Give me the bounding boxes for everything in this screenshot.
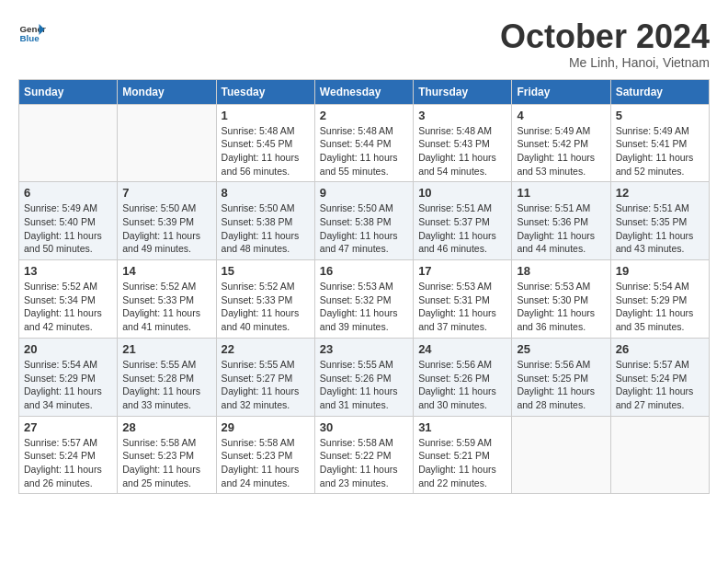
day-info: Sunrise: 5:50 AM Sunset: 5:38 PM Dayligh… xyxy=(222,201,310,256)
day-number: 25 xyxy=(517,342,605,356)
calendar-cell: 6Sunrise: 5:49 AM Sunset: 5:40 PM Daylig… xyxy=(19,182,118,260)
calendar-cell: 24Sunrise: 5:56 AM Sunset: 5:26 PM Dayli… xyxy=(414,338,512,416)
day-info: Sunrise: 5:56 AM Sunset: 5:25 PM Dayligh… xyxy=(517,358,605,412)
day-info: Sunrise: 5:50 AM Sunset: 5:38 PM Dayligh… xyxy=(320,201,408,256)
day-number: 29 xyxy=(222,420,310,434)
day-number: 5 xyxy=(616,109,704,122)
day-info: Sunrise: 5:54 AM Sunset: 5:29 PM Dayligh… xyxy=(24,358,112,412)
day-number: 3 xyxy=(418,109,506,122)
day-info: Sunrise: 5:48 AM Sunset: 5:44 PM Dayligh… xyxy=(320,124,408,178)
calendar-cell xyxy=(512,416,610,494)
calendar-cell: 23Sunrise: 5:55 AM Sunset: 5:26 PM Dayli… xyxy=(314,338,413,416)
calendar-cell: 13Sunrise: 5:52 AM Sunset: 5:34 PM Dayli… xyxy=(19,260,118,339)
day-info: Sunrise: 5:56 AM Sunset: 5:26 PM Dayligh… xyxy=(418,358,506,412)
day-header-saturday: Saturday xyxy=(610,79,709,104)
calendar-cell xyxy=(19,104,118,182)
day-number: 18 xyxy=(517,264,605,278)
day-info: Sunrise: 5:55 AM Sunset: 5:27 PM Dayligh… xyxy=(222,358,310,412)
calendar-cell: 12Sunrise: 5:51 AM Sunset: 5:35 PM Dayli… xyxy=(610,182,709,260)
day-number: 14 xyxy=(122,264,210,278)
week-row-3: 13Sunrise: 5:52 AM Sunset: 5:34 PM Dayli… xyxy=(19,260,710,339)
day-number: 9 xyxy=(320,186,408,200)
day-number: 1 xyxy=(222,109,310,122)
week-row-1: 1Sunrise: 5:48 AM Sunset: 5:45 PM Daylig… xyxy=(19,104,710,182)
day-number: 24 xyxy=(418,342,506,356)
calendar-cell: 5Sunrise: 5:49 AM Sunset: 5:41 PM Daylig… xyxy=(610,104,709,182)
day-info: Sunrise: 5:49 AM Sunset: 5:42 PM Dayligh… xyxy=(517,124,605,178)
calendar-cell: 8Sunrise: 5:50 AM Sunset: 5:38 PM Daylig… xyxy=(216,182,314,260)
calendar-cell: 15Sunrise: 5:52 AM Sunset: 5:33 PM Dayli… xyxy=(216,260,314,339)
day-number: 2 xyxy=(320,109,408,122)
day-info: Sunrise: 5:50 AM Sunset: 5:39 PM Dayligh… xyxy=(122,201,210,256)
svg-text:Blue: Blue xyxy=(20,33,40,43)
calendar-cell: 2Sunrise: 5:48 AM Sunset: 5:44 PM Daylig… xyxy=(314,104,413,182)
day-info: Sunrise: 5:51 AM Sunset: 5:37 PM Dayligh… xyxy=(418,201,506,256)
day-info: Sunrise: 5:57 AM Sunset: 5:24 PM Dayligh… xyxy=(24,436,112,490)
day-info: Sunrise: 5:59 AM Sunset: 5:21 PM Dayligh… xyxy=(418,436,506,490)
calendar-cell: 9Sunrise: 5:50 AM Sunset: 5:38 PM Daylig… xyxy=(314,182,413,260)
day-number: 17 xyxy=(418,264,506,278)
calendar-cell: 27Sunrise: 5:57 AM Sunset: 5:24 PM Dayli… xyxy=(19,416,118,494)
day-number: 13 xyxy=(24,264,112,278)
day-info: Sunrise: 5:49 AM Sunset: 5:40 PM Dayligh… xyxy=(24,201,112,256)
calendar-cell: 31Sunrise: 5:59 AM Sunset: 5:21 PM Dayli… xyxy=(414,416,512,494)
calendar-cell: 30Sunrise: 5:58 AM Sunset: 5:22 PM Dayli… xyxy=(314,416,413,494)
title-block: October 2024 Me Linh, Hanoi, Vietnam xyxy=(500,18,710,70)
day-info: Sunrise: 5:51 AM Sunset: 5:35 PM Dayligh… xyxy=(616,201,704,256)
day-number: 22 xyxy=(222,342,310,356)
calendar-cell xyxy=(118,104,216,182)
day-info: Sunrise: 5:54 AM Sunset: 5:29 PM Dayligh… xyxy=(616,280,704,334)
day-number: 26 xyxy=(616,342,704,356)
day-info: Sunrise: 5:53 AM Sunset: 5:30 PM Dayligh… xyxy=(517,280,605,334)
day-number: 16 xyxy=(320,264,408,278)
calendar-cell: 11Sunrise: 5:51 AM Sunset: 5:36 PM Dayli… xyxy=(512,182,610,260)
day-number: 28 xyxy=(122,420,210,434)
day-number: 7 xyxy=(122,186,210,200)
day-header-wednesday: Wednesday xyxy=(314,79,413,104)
calendar-cell: 16Sunrise: 5:53 AM Sunset: 5:32 PM Dayli… xyxy=(314,260,413,339)
week-row-4: 20Sunrise: 5:54 AM Sunset: 5:29 PM Dayli… xyxy=(19,338,710,416)
logo-icon: General Blue xyxy=(18,18,46,46)
calendar-cell: 20Sunrise: 5:54 AM Sunset: 5:29 PM Dayli… xyxy=(19,338,118,416)
calendar-cell xyxy=(610,416,709,494)
calendar-body: 1Sunrise: 5:48 AM Sunset: 5:45 PM Daylig… xyxy=(19,104,710,494)
day-number: 12 xyxy=(616,186,704,200)
calendar-header-row: SundayMondayTuesdayWednesdayThursdayFrid… xyxy=(19,79,710,104)
calendar-cell: 1Sunrise: 5:48 AM Sunset: 5:45 PM Daylig… xyxy=(216,104,314,182)
day-header-tuesday: Tuesday xyxy=(216,79,314,104)
week-row-2: 6Sunrise: 5:49 AM Sunset: 5:40 PM Daylig… xyxy=(19,182,710,260)
day-number: 31 xyxy=(418,420,506,434)
logo: General Blue xyxy=(18,18,46,46)
calendar-cell: 25Sunrise: 5:56 AM Sunset: 5:25 PM Dayli… xyxy=(512,338,610,416)
calendar-cell: 19Sunrise: 5:54 AM Sunset: 5:29 PM Dayli… xyxy=(610,260,709,339)
day-info: Sunrise: 5:52 AM Sunset: 5:33 PM Dayligh… xyxy=(122,280,210,334)
day-info: Sunrise: 5:51 AM Sunset: 5:36 PM Dayligh… xyxy=(517,201,605,256)
calendar-cell: 21Sunrise: 5:55 AM Sunset: 5:28 PM Dayli… xyxy=(118,338,216,416)
day-info: Sunrise: 5:48 AM Sunset: 5:43 PM Dayligh… xyxy=(418,124,506,178)
day-number: 19 xyxy=(616,264,704,278)
day-info: Sunrise: 5:58 AM Sunset: 5:23 PM Dayligh… xyxy=(222,436,310,490)
day-number: 6 xyxy=(24,186,112,200)
day-info: Sunrise: 5:53 AM Sunset: 5:32 PM Dayligh… xyxy=(320,280,408,334)
day-header-friday: Friday xyxy=(512,79,610,104)
month-title: October 2024 xyxy=(500,18,710,55)
day-info: Sunrise: 5:58 AM Sunset: 5:22 PM Dayligh… xyxy=(320,436,408,490)
calendar-cell: 10Sunrise: 5:51 AM Sunset: 5:37 PM Dayli… xyxy=(414,182,512,260)
day-info: Sunrise: 5:58 AM Sunset: 5:23 PM Dayligh… xyxy=(122,436,210,490)
day-info: Sunrise: 5:52 AM Sunset: 5:33 PM Dayligh… xyxy=(222,280,310,334)
calendar-cell: 29Sunrise: 5:58 AM Sunset: 5:23 PM Dayli… xyxy=(216,416,314,494)
day-number: 20 xyxy=(24,342,112,356)
calendar-cell: 3Sunrise: 5:48 AM Sunset: 5:43 PM Daylig… xyxy=(414,104,512,182)
day-number: 8 xyxy=(222,186,310,200)
day-info: Sunrise: 5:49 AM Sunset: 5:41 PM Dayligh… xyxy=(616,124,704,178)
calendar-cell: 26Sunrise: 5:57 AM Sunset: 5:24 PM Dayli… xyxy=(610,338,709,416)
day-info: Sunrise: 5:48 AM Sunset: 5:45 PM Dayligh… xyxy=(222,124,310,178)
day-info: Sunrise: 5:55 AM Sunset: 5:28 PM Dayligh… xyxy=(122,358,210,412)
day-info: Sunrise: 5:52 AM Sunset: 5:34 PM Dayligh… xyxy=(24,280,112,334)
day-header-thursday: Thursday xyxy=(414,79,512,104)
calendar-cell: 14Sunrise: 5:52 AM Sunset: 5:33 PM Dayli… xyxy=(118,260,216,339)
day-number: 30 xyxy=(320,420,408,434)
day-header-monday: Monday xyxy=(118,79,216,104)
day-info: Sunrise: 5:53 AM Sunset: 5:31 PM Dayligh… xyxy=(418,280,506,334)
location: Me Linh, Hanoi, Vietnam xyxy=(500,55,710,70)
